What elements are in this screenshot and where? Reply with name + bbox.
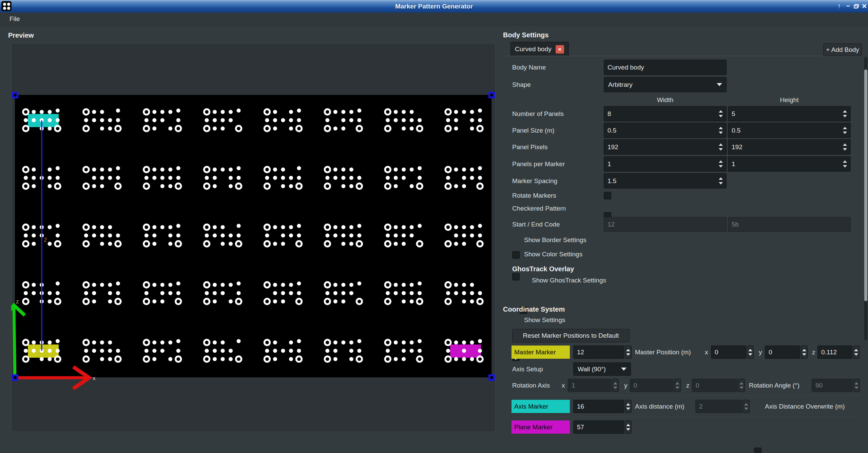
panel-pixels-height-input[interactable]: 192: [728, 139, 851, 155]
panel-pixels-width-input[interactable]: 192: [604, 139, 727, 155]
end-code-value: 5b: [732, 221, 739, 228]
rotation-z-input[interactable]: 0: [692, 379, 737, 392]
end-code-input[interactable]: 5b: [728, 217, 851, 232]
master-x-input[interactable]: 0: [711, 346, 746, 359]
rotation-angle-input[interactable]: 90: [812, 379, 852, 392]
spinner-arrows[interactable]: [717, 110, 723, 117]
master-x-value: 0: [715, 349, 718, 356]
spinner-arrows[interactable]: [717, 127, 723, 134]
rotation-x-spinner[interactable]: [612, 379, 619, 392]
master-z-value: 0.112: [821, 349, 837, 356]
axis-distance-overwrite-checkbox[interactable]: [754, 448, 761, 453]
rotation-y-spinner[interactable]: [674, 379, 681, 392]
maximize-button[interactable]: [852, 1, 860, 11]
master-x-spinner[interactable]: [747, 346, 754, 359]
body-name-input[interactable]: Curved body: [604, 60, 727, 75]
rotation-z-value: 0: [696, 382, 699, 389]
plane-marker-spinner[interactable]: [625, 420, 632, 434]
start-end-code-label: Start / End Code: [512, 217, 560, 232]
axis-setup-dropdown[interactable]: Wall (90°): [573, 362, 631, 376]
number-of-panels-label: Number of Panels: [512, 106, 564, 121]
canvas-corner-handle: [12, 92, 18, 98]
rotation-angle-label: Rotation Angle (°): [749, 379, 799, 392]
minimize-button[interactable]: −: [844, 1, 852, 11]
rotate-markers-checkbox[interactable]: [604, 192, 611, 199]
panel-size-width-input[interactable]: 0.5: [604, 123, 727, 138]
master-y-label: y: [759, 346, 762, 359]
number-of-panels-width-input[interactable]: 8: [604, 106, 727, 121]
show-border-settings-checkbox[interactable]: [512, 251, 520, 259]
rotation-y-input[interactable]: 0: [630, 379, 673, 392]
section-divider: [512, 417, 861, 417]
canvas-corner-handle: [488, 374, 495, 381]
shade-button[interactable]: ↑: [835, 1, 843, 11]
panels-per-marker-width-input[interactable]: 1: [604, 156, 727, 172]
panel-size-label: Panel Size (m): [512, 123, 555, 138]
width-column-header: Width: [604, 96, 727, 104]
spinner-arrows[interactable]: [841, 160, 847, 168]
spinner-arrows[interactable]: [841, 127, 847, 134]
x-axis-label: x: [93, 375, 96, 381]
window-title: Marker Pattern Generator: [0, 0, 868, 13]
spinner-arrows[interactable]: [717, 143, 723, 151]
rotation-angle-spinner[interactable]: [853, 379, 860, 392]
menu-file[interactable]: File: [7, 13, 23, 25]
axis-marker-spinner[interactable]: [625, 400, 632, 413]
rotation-x-label: x: [562, 379, 565, 392]
panel-pixels-width-value: 192: [607, 143, 618, 151]
master-y-input[interactable]: 0: [765, 346, 800, 359]
panel-pixels-height-value: 192: [732, 143, 742, 151]
tab-close-icon[interactable]: ×: [556, 45, 564, 54]
body-settings-title: Body Settings: [503, 31, 548, 39]
rotation-z-spinner[interactable]: [738, 379, 745, 392]
preview-canvas[interactable]: 2 z x: [11, 43, 496, 432]
master-z-label: z: [812, 346, 815, 359]
master-z-input[interactable]: 0.112: [817, 346, 852, 359]
plane-marker-input[interactable]: 57: [573, 420, 624, 434]
coordinate-system-title: Coordinate System: [503, 306, 565, 313]
axis-distance-input[interactable]: 2: [695, 400, 742, 413]
rotation-x-input[interactable]: 1: [568, 379, 611, 392]
axis-marker-value: 16: [577, 403, 584, 410]
number-of-panels-height-value: 5: [732, 110, 735, 118]
start-code-input[interactable]: 12: [604, 217, 727, 232]
coord-show-settings-label: Show Settings: [524, 316, 565, 324]
canvas-corner-handle: [488, 92, 495, 98]
marker-spacing-value: 1.5: [607, 177, 616, 185]
shape-dropdown[interactable]: Arbitrary: [604, 77, 727, 92]
panel-size-height-input[interactable]: 0.5: [728, 123, 851, 138]
show-color-settings-checkbox[interactable]: [512, 273, 520, 280]
axis-marker-input[interactable]: 16: [573, 400, 624, 413]
chevron-down-icon: [621, 368, 626, 371]
spinner-arrows[interactable]: [717, 177, 723, 184]
tab-label: Curved body: [515, 45, 552, 53]
spinner-arrows[interactable]: [717, 160, 723, 168]
reset-marker-positions-button[interactable]: Reset Marker Positions to Default: [512, 329, 630, 342]
master-marker-value: 12: [577, 349, 584, 356]
marker-spacing-input[interactable]: 1.5: [604, 173, 727, 189]
scrollbar-thumb[interactable]: [864, 70, 867, 301]
body-name-value: Curved body: [607, 64, 644, 71]
axis-distance-overwrite-label: Axis Distance Overwrite (m): [765, 400, 845, 413]
restore-icon: [854, 4, 859, 8]
master-marker-input[interactable]: 12: [573, 346, 624, 359]
axis-distance-spinner[interactable]: [743, 400, 750, 413]
show-ghostrack-settings-label: Show GhosTrack Settings: [532, 277, 606, 284]
spinner-arrows[interactable]: [841, 110, 847, 117]
close-button[interactable]: ×: [860, 1, 868, 11]
rotation-z-label: z: [686, 379, 690, 392]
rotation-axis-label: Rotation Axis: [512, 379, 550, 392]
master-marker-spinner[interactable]: [625, 346, 632, 359]
add-body-button[interactable]: + Add Body: [823, 43, 862, 56]
number-of-panels-height-input[interactable]: 5: [728, 106, 851, 121]
spinner-arrows[interactable]: [841, 143, 847, 151]
title-bar[interactable]: Marker Pattern Generator ↑ − ×: [0, 0, 868, 13]
master-y-spinner[interactable]: [801, 346, 808, 359]
master-z-spinner[interactable]: [853, 346, 860, 359]
panels-per-marker-height-input[interactable]: 1: [728, 156, 851, 172]
master-x-label: x: [705, 346, 708, 359]
panel-scrollbar[interactable]: [864, 57, 867, 340]
plane-marker-value: 57: [577, 424, 584, 431]
checkered-pattern-label: Checkered Pattern: [512, 205, 566, 212]
tab-curved-body[interactable]: Curved body ×: [510, 42, 569, 56]
